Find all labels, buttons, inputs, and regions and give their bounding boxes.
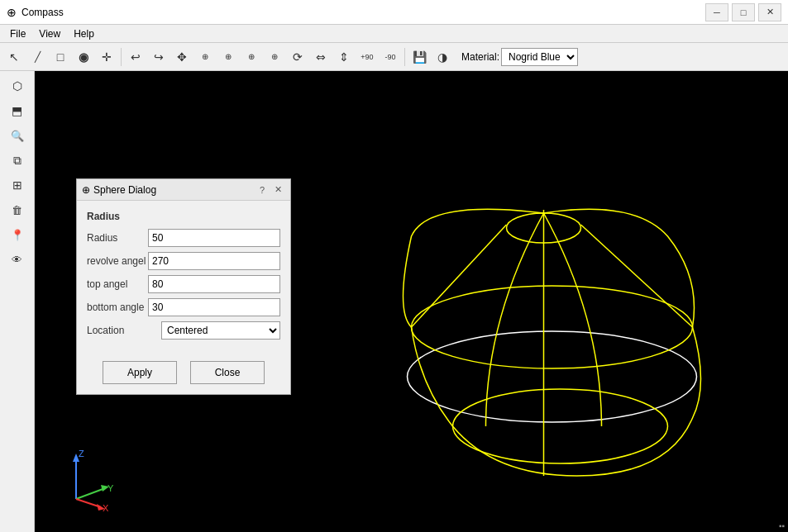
material-select[interactable]: Nogrid Blue Red Green Blue: [501, 48, 578, 66]
revolve-angle-row: revolve angel: [87, 252, 280, 270]
radius-row: Radius: [87, 229, 280, 247]
svg-line-13: [76, 499, 101, 507]
trash-button[interactable]: 🗑: [6, 198, 29, 221]
bottom-angle-label: bottom angle: [87, 302, 148, 313]
app-icon: ⊕: [7, 6, 17, 19]
left-toolbar: ⬡ ⬒ 🔍 ⧉ ⊞ 🗑 📍 👁: [0, 71, 35, 532]
location-row: Location Centered Bottom Top: [87, 321, 280, 340]
dialog-titlebar-right: ? ✕: [256, 184, 285, 195]
circle-tool-button[interactable]: ✛: [96, 46, 117, 68]
svg-point-0: [408, 331, 697, 422]
axis-indicator: Z Y X: [51, 445, 117, 511]
svg-text:Z: Z: [79, 449, 84, 458]
maximize-button[interactable]: □: [732, 3, 755, 21]
status-bar: ▪▪: [776, 520, 788, 532]
eye-button[interactable]: 👁: [6, 248, 29, 271]
rect-tool-button[interactable]: □: [50, 46, 71, 68]
menu-view[interactable]: View: [32, 26, 67, 41]
title-bar-controls: ─ □ ✕: [705, 3, 781, 21]
top-angle-label: top angel: [87, 278, 148, 290]
revolve-angle-label: revolve angel: [87, 255, 148, 267]
menu-help[interactable]: Help: [67, 26, 101, 41]
view-iso-button[interactable]: ⬡: [6, 74, 29, 97]
apply-button[interactable]: Apply: [103, 361, 177, 384]
menu-bar: File View Help: [0, 25, 788, 43]
radius-input[interactable]: [148, 229, 280, 247]
bottom-angle-row: bottom angle: [87, 298, 280, 316]
line-tool-button[interactable]: ╱: [26, 46, 48, 68]
layers-button[interactable]: ⧉: [6, 149, 29, 172]
dialog-titlebar-left: ⊕ Sphere Dialog: [82, 184, 156, 196]
toolbar: ↖ ╱ □ ◉ ✛ ↩ ↪ ✥ ⊕ ⊕ ⊕ ⊕ ⟳ ⇔ ⇕ +90 -90 💾 …: [0, 43, 788, 71]
close-dialog-button[interactable]: Close: [190, 361, 265, 384]
viewport[interactable]: Z Y X ⊕ Sphere Dialog ? ✕: [35, 71, 788, 532]
title-bar-left: ⊕ Compass: [7, 6, 64, 19]
redo-button[interactable]: ↪: [148, 46, 170, 68]
insert-mid-button[interactable]: ⊕: [217, 46, 239, 68]
svg-text:X: X: [103, 503, 109, 511]
dialog-help-button[interactable]: ?: [256, 185, 268, 195]
dialog-buttons: Apply Close: [77, 354, 290, 394]
dialog-close-titlebar-button[interactable]: ✕: [271, 184, 285, 195]
location-select[interactable]: Centered Bottom Top: [161, 321, 280, 340]
dialog-titlebar[interactable]: ⊕ Sphere Dialog ? ✕: [77, 179, 290, 201]
align-button[interactable]: ⇕: [333, 46, 355, 68]
snap-button[interactable]: ⊞: [6, 173, 29, 197]
dialog-body: Radius Radius revolve angel top angel bo…: [77, 201, 290, 354]
view-front-button[interactable]: ⬒: [6, 99, 29, 122]
flip-button[interactable]: ⇔: [310, 46, 332, 68]
select-tool-button[interactable]: ↖: [3, 46, 25, 68]
pin-button[interactable]: 📍: [6, 223, 29, 246]
svg-line-6: [581, 225, 693, 327]
dialog-icon: ⊕: [82, 184, 90, 196]
svg-text:Y: Y: [107, 483, 114, 493]
rot90ccw-button[interactable]: -90: [380, 46, 401, 68]
bottom-angle-input[interactable]: [148, 298, 280, 316]
app-title: Compass: [21, 7, 64, 18]
location-label: Location: [87, 325, 161, 336]
top-angle-row: top angel: [87, 275, 280, 293]
svg-line-10: [76, 488, 105, 499]
move-button[interactable]: ✥: [171, 46, 193, 68]
dialog-title: Sphere Dialog: [93, 184, 156, 196]
sphere-tool-button[interactable]: ◉: [73, 46, 94, 68]
insert-p-button[interactable]: ⊕: [264, 46, 285, 68]
insert-point-button[interactable]: ⊕: [194, 46, 216, 68]
menu-file[interactable]: File: [3, 26, 32, 41]
minimize-button[interactable]: ─: [705, 3, 728, 21]
radius-label: Radius: [87, 232, 148, 244]
revolve-angle-input[interactable]: [148, 252, 280, 270]
save-button[interactable]: 💾: [408, 46, 430, 68]
rot90cw-button[interactable]: +90: [356, 46, 378, 68]
title-bar: ⊕ Compass ─ □ ✕: [0, 0, 788, 25]
toolbar-separator-1: [121, 48, 122, 66]
sphere-dialog: ⊕ Sphere Dialog ? ✕ Radius Radius revolv…: [76, 178, 291, 395]
insert-end-button[interactable]: ⊕: [241, 46, 262, 68]
undo-button[interactable]: ↩: [125, 46, 146, 68]
main-area: ⬡ ⬒ 🔍 ⧉ ⊞ 🗑 📍 👁: [0, 71, 788, 532]
field-group-label: Radius: [87, 211, 280, 222]
close-button[interactable]: ✕: [758, 3, 781, 21]
material-label: Material:: [461, 51, 499, 63]
svg-line-5: [412, 225, 507, 327]
zoom-button[interactable]: 🔍: [6, 124, 29, 147]
material-button[interactable]: ◑: [432, 46, 453, 68]
top-angle-input[interactable]: [148, 275, 280, 293]
svg-point-3: [453, 389, 668, 463]
svg-point-2: [412, 286, 693, 368]
toolbar-separator-2: [404, 48, 405, 66]
status-text: ▪▪: [779, 521, 785, 530]
rotate-cw-button[interactable]: ⟳: [287, 46, 308, 68]
